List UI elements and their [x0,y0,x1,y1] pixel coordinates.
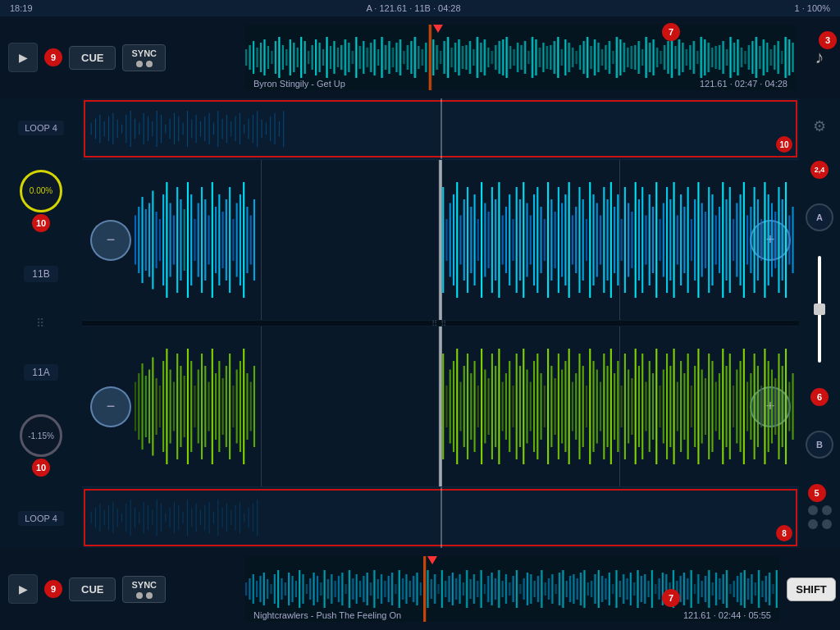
svg-rect-642 [701,581,703,597]
svg-rect-305 [701,203,703,277]
svg-rect-249 [505,207,507,273]
crossfader-slider[interactable] [818,256,821,363]
deck-a-badge-10: 10 [32,214,50,232]
svg-rect-247 [498,182,500,298]
svg-rect-235 [456,182,458,298]
svg-rect-389 [505,373,507,440]
deck-a-cue-button[interactable]: CUE [69,46,116,70]
svg-rect-377 [463,366,465,447]
svg-rect-644 [708,570,710,608]
svg-rect-409 [575,373,577,440]
svg-rect-91 [579,45,581,70]
deck-a-pitch-knob[interactable]: 0.00% [20,170,62,212]
svg-rect-46 [410,41,412,74]
svg-rect-28 [345,39,346,75]
svg-rect-477 [99,504,100,532]
shift-button[interactable]: SHIFT [787,578,836,601]
svg-rect-22 [326,37,327,78]
svg-rect-507 [231,510,231,526]
svg-rect-156 [117,120,118,139]
svg-rect-195 [135,216,136,265]
svg-rect-51 [432,39,434,75]
svg-rect-523 [277,570,279,608]
svg-rect-98 [605,45,606,70]
svg-rect-287 [638,199,640,281]
svg-rect-580 [480,570,482,608]
svg-rect-361 [226,366,227,447]
svg-rect-210 [187,182,189,298]
pads-grid [808,505,832,529]
svg-rect-497 [187,500,188,536]
svg-rect-645 [712,582,714,596]
pad-dot-1 [808,505,818,515]
deck-a-circle-button[interactable]: A [806,203,833,231]
deck-b-loop-label[interactable]: LOOP 4 [18,511,64,526]
svg-rect-224 [236,203,238,277]
svg-rect-607 [577,578,578,600]
svg-rect-541 [338,576,340,602]
svg-rect-268 [572,216,573,265]
deck-a-sync-button[interactable]: SYNC [122,44,166,71]
deck-b-play-button[interactable] [8,574,38,604]
svg-rect-368 [250,382,252,431]
svg-rect-626 [644,574,646,604]
svg-rect-614 [601,576,603,602]
svg-rect-244 [488,212,490,268]
deck-a-track-bpm: 121.61 · 02:47 · 04:28 [700,79,788,89]
deck-a-sync-dots [131,61,157,67]
svg-rect-263 [555,212,556,268]
svg-rect-34 [367,48,368,67]
header-center: A · 121.61 · 11B · 04:28 [367,3,461,13]
svg-rect-124 [701,37,702,78]
svg-rect-570 [445,581,446,597]
svg-rect-38 [381,37,383,78]
deck-b-circle-button[interactable]: B [806,431,833,459]
svg-rect-188 [257,111,258,147]
svg-rect-405 [561,370,563,444]
svg-rect-628 [651,570,653,608]
svg-rect-345 [170,370,171,444]
svg-rect-330 [788,216,790,265]
svg-rect-427 [638,366,640,447]
svg-rect-53 [440,51,441,64]
svg-rect-6 [267,46,269,69]
svg-rect-23 [330,46,331,69]
svg-rect-33 [363,41,364,74]
svg-rect-87 [564,39,566,75]
svg-rect-490 [157,500,158,536]
svg-rect-36 [374,39,376,75]
crossfader-handle[interactable] [814,304,825,315]
svg-rect-130 [723,41,724,74]
svg-rect-486 [139,512,139,524]
svg-rect-44 [403,51,404,64]
svg-rect-630 [658,578,660,600]
deck-b-cue-button[interactable]: CUE [69,578,116,601]
svg-rect-312 [725,199,727,281]
deck-b-pitch-knob[interactable]: -1.15% [20,414,62,457]
svg-rect-526 [288,573,290,605]
svg-rect-162 [144,113,144,144]
deck-a-bar: 9 CUE SYNC [0,16,840,98]
svg-rect-119 [682,43,683,72]
deck-b-sync-button[interactable]: SYNC [122,576,166,603]
svg-rect-358 [215,373,217,440]
svg-rect-638 [687,578,688,600]
svg-rect-572 [452,573,454,605]
svg-rect-127 [711,48,713,67]
svg-rect-476 [95,508,96,528]
settings-gear-icon[interactable]: ⚙ [813,117,826,135]
badge-5-area: 5 [808,484,832,529]
svg-rect-513 [257,500,258,536]
svg-rect-418 [607,366,609,447]
svg-rect-173 [191,120,192,139]
svg-rect-533 [313,573,314,605]
svg-rect-550 [370,582,372,596]
svg-rect-430 [649,361,651,452]
svg-rect-125 [704,39,705,75]
deck-a-play-button[interactable] [8,43,38,72]
svg-rect-108 [641,49,643,66]
svg-rect-159 [130,111,131,147]
svg-rect-135 [741,48,742,67]
deck-a-loop-label[interactable]: LOOP 4 [18,121,64,135]
svg-rect-161 [139,123,139,135]
